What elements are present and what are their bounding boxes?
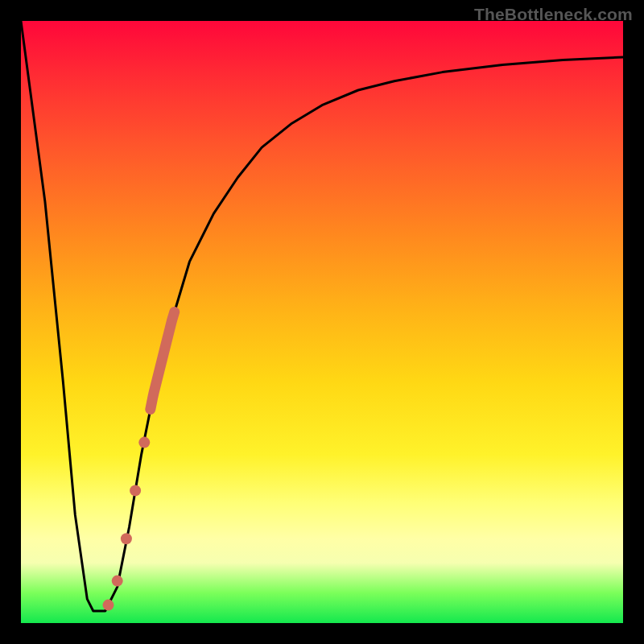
marker-dot — [138, 437, 150, 448]
marker-segment — [151, 312, 175, 410]
marker-dot — [112, 576, 123, 587]
chart-overlay — [21, 21, 623, 623]
marker-dots — [103, 437, 151, 611]
plot-area — [21, 21, 623, 623]
marker-dot — [130, 485, 141, 496]
marker-dot — [103, 600, 114, 611]
marker-dot — [121, 533, 132, 544]
chart-frame: TheBottleneck.com — [0, 0, 644, 644]
bottleneck-curve — [21, 21, 623, 611]
watermark-text: TheBottleneck.com — [474, 5, 633, 24]
